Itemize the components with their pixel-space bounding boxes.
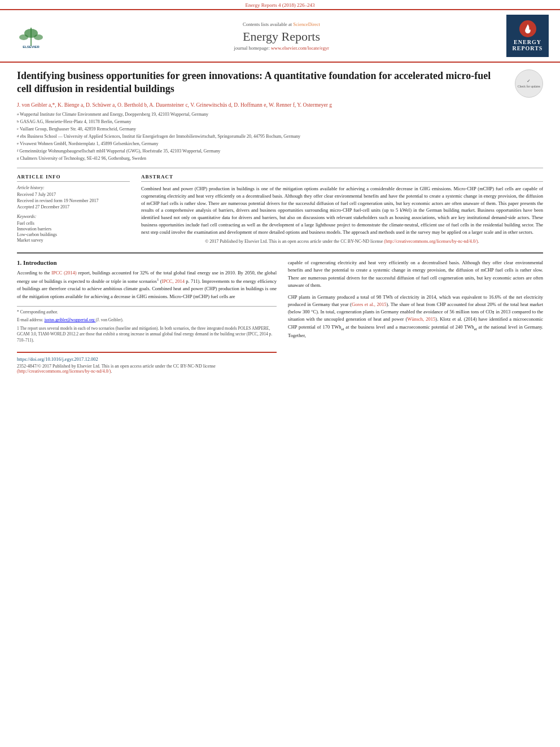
footnotes-section: * Corresponding author. E-mail address: … (17, 306, 277, 344)
aff-sup-a: a (17, 111, 19, 117)
footnote-corresponding-text: * Corresponding author. (17, 309, 58, 314)
homepage-url-text: www.elsevier.com/locate/egyr (271, 45, 329, 51)
body-left-col: 1. Introduction According to the IPCC (2… (17, 259, 277, 374)
keywords-section: Keywords: Fuel cells Innovation barriers… (17, 214, 130, 243)
journal-title: Energy Reports (56, 29, 506, 44)
svg-point-4 (34, 34, 43, 40)
abstract-column: ABSTRACT Combined heat and power (CHP) p… (141, 174, 543, 244)
article-info-abstract-section: ARTICLE INFO Article history: Received 7… (17, 174, 543, 244)
article-info-header: ARTICLE INFO (17, 174, 130, 182)
article-title: Identifying business opportunities for g… (17, 69, 491, 96)
article-title-section: Identifying business opportunities for g… (17, 69, 543, 98)
intro-para-right1: capable of cogenerating electricity and … (288, 259, 543, 289)
logo-energy-text: ENERGY (514, 39, 541, 45)
cc-license-link[interactable]: (http://creativecommons.org/licenses/by-… (384, 239, 478, 244)
issn-cc-link[interactable]: (http://creativecommons.org/licenses/by-… (17, 369, 111, 374)
keyword-4: Market survey (17, 238, 130, 243)
main-content: Identifying business opportunities for g… (0, 63, 560, 385)
authors-text: J. von Geibler a,*, K. Bienge a, D. Schü… (17, 102, 332, 108)
affiliation-c: c Vaillant Group, Berghauser Str. 40, 42… (17, 126, 543, 133)
aff-text-c: Vaillant Group, Berghauser Str. 40, 4285… (20, 126, 136, 133)
aff-text-g: Chalmers University of Technology, SE-41… (20, 155, 146, 162)
journal-reference: Energy Reports 4 (2018) 226–243 (0, 0, 560, 9)
flame-icon (522, 23, 533, 34)
copyright-text: © 2017 Published by Elsevier Ltd. This i… (205, 239, 383, 244)
aff-sup-b: b (17, 119, 19, 125)
ipcc-link-1[interactable]: IPCC (2014) (51, 270, 76, 276)
sciencedirect-text: ScienceDirect (293, 21, 320, 27)
authors-link[interactable]: J. von Geibler a,*, K. Bienge a, D. Schü… (17, 102, 332, 108)
aff-sup-g: g (17, 155, 19, 161)
aff-text-f: Gemeinnützige Wohnungsbaugesellschaft mb… (19, 148, 220, 155)
ipcc-link-2[interactable]: IPCC, 2014 (162, 278, 185, 284)
body-two-col: 1. Introduction According to the IPCC (2… (17, 259, 543, 374)
affiliation-g: g Chalmers University of Technology, SE-… (17, 155, 543, 162)
affiliation-e: e Vivawest Wohnen GmbH, Nordsternplatz 1… (17, 141, 543, 147)
aff-sup-c: c (17, 126, 19, 132)
footnote-email: E-mail address: justus.geibler@wuppertal… (17, 317, 277, 324)
doi-link[interactable]: https://doi.org/10.1016/j.egyr.2017.12.0… (17, 356, 98, 362)
gores-link[interactable]: Gores et al., 2015 (352, 302, 387, 307)
intro-para-right2: CHP plants in Germany produced a total o… (288, 294, 543, 340)
sciencedirect-link[interactable]: ScienceDirect (293, 21, 320, 27)
authors-line: J. von Geibler a,*, K. Bienge a, D. Schü… (17, 102, 543, 108)
journal-header: ELSEVIER Contents lists available at Sci… (0, 9, 560, 63)
issn-text: 2352-4847/© 2017 Published by Elsevier L… (17, 364, 216, 369)
keyword-3: Low-carbon buildings (17, 232, 130, 237)
wunsch-link[interactable]: Wünsch, 2015 (407, 316, 435, 322)
footnote-email-address: justus.geibler@wuppertal.org (45, 317, 95, 322)
journal-homepage: journal homepage: www.elsevier.com/locat… (56, 45, 506, 51)
keyword-1: Fuel cells (17, 221, 130, 226)
aff-text-d: ebs Business School — University of Appl… (20, 133, 300, 140)
aff-text-e: Vivawest Wohnen GmbH, Nordsternplatz 1, … (20, 141, 158, 147)
abstract-header: ABSTRACT (141, 174, 543, 182)
divider-after-affiliations (17, 168, 543, 168)
homepage-link[interactable]: www.elsevier.com/locate/egyr (271, 45, 329, 51)
check-updates-badge[interactable]: ✓ Check for updates (515, 69, 543, 98)
homepage-label: journal homepage: (234, 45, 270, 51)
journal-center: Contents lists available at ScienceDirec… (56, 21, 506, 51)
svg-text:ELSEVIER: ELSEVIER (23, 45, 40, 49)
footnote-email-link[interactable]: justus.geibler@wuppertal.org (45, 317, 96, 322)
contents-line: Contents lists available at ScienceDirec… (56, 21, 506, 27)
aff-sup-f: f (17, 148, 18, 154)
footnote-1: 1 The report uses several models in each… (17, 326, 277, 344)
body-right-col: capable of cogenerating electricity and … (288, 259, 543, 374)
doi-section: https://doi.org/10.1016/j.egyr.2017.12.0… (17, 352, 277, 374)
keywords-title: Keywords: (17, 214, 130, 219)
affiliation-f: f Gemeinnützige Wohnungsbaugesellschaft … (17, 148, 543, 155)
article-info-column: ARTICLE INFO Article history: Received 7… (17, 174, 130, 244)
history-title: Article history: (17, 185, 130, 190)
contents-text: Contents lists available at (243, 21, 292, 27)
check-updates-text: Check for updates (518, 85, 540, 88)
accepted-date: Accepted 27 December 2017 (17, 204, 130, 209)
affiliation-a: a Wuppertal Institute for Climate Enviro… (17, 111, 543, 118)
journal-ref-text: Energy Reports 4 (2018) 226–243 (246, 2, 315, 8)
aff-text-a: Wuppertal Institute for Climate Environm… (20, 111, 208, 118)
aff-sup-e: e (17, 141, 19, 147)
footnote-email-name: (J. von Geibler). (95, 317, 123, 322)
svg-point-3 (19, 34, 28, 40)
abstract-text: Combined heat and power (CHP) production… (141, 185, 543, 235)
intro-heading: 1. Introduction (17, 259, 277, 266)
revised-date: Received in revised form 19 November 201… (17, 198, 130, 203)
header-left: ELSEVIER (11, 23, 56, 49)
energy-reports-logo: ENERGY REPORTS (506, 15, 549, 57)
aff-sup-d: d (17, 133, 19, 139)
affiliation-d: d ebs Business School — University of Ap… (17, 133, 543, 140)
keyword-2: Innovation barriers (17, 226, 130, 231)
issn-line: 2352-4847/© 2017 Published by Elsevier L… (17, 364, 277, 374)
article-history: Article history: Received 7 July 2017 Re… (17, 185, 130, 209)
logo-reports-text: REPORTS (513, 45, 543, 51)
intro-para1: According to the IPCC (2014) report, bui… (17, 269, 277, 300)
body-divider (17, 252, 543, 254)
copyright-line: © 2017 Published by Elsevier Ltd. This i… (141, 239, 543, 244)
received-date: Received 7 July 2017 (17, 192, 130, 197)
aff-text-b: GASAG AG, Henriette-Herz-Platz 4, 10178 … (20, 119, 132, 125)
affiliations: a Wuppertal Institute for Climate Enviro… (17, 111, 543, 162)
elsevier-logo-icon: ELSEVIER (11, 23, 51, 49)
footnote-email-label: E-mail address: (17, 317, 43, 322)
affiliation-b: b GASAG AG, Henriette-Herz-Platz 4, 1017… (17, 119, 543, 125)
footnote-corresponding: * Corresponding author. (17, 309, 277, 316)
